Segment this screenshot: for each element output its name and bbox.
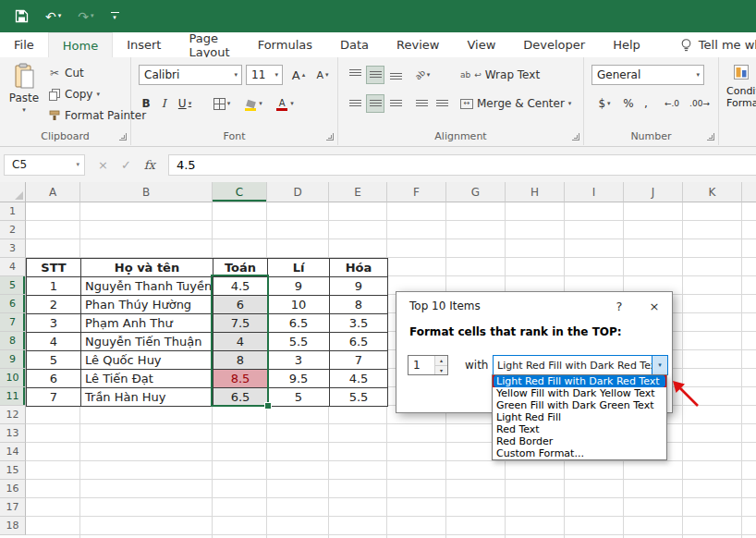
redo-button[interactable]: ↷ ▾: [78, 10, 93, 23]
dialog-help-button[interactable]: ?: [602, 292, 637, 320]
row-header-7[interactable]: 7: [0, 313, 26, 332]
underline-button[interactable]: U ▾: [174, 94, 196, 113]
cell-A9[interactable]: 5: [27, 351, 81, 370]
customize-quick-access-button[interactable]: ▾: [111, 12, 119, 21]
cell-D11[interactable]: 5: [268, 388, 330, 407]
cell-E7[interactable]: 3.5: [330, 314, 388, 333]
row-header-14[interactable]: 14: [0, 443, 26, 461]
decrease-indent-button[interactable]: [412, 94, 431, 113]
spinner-down-button[interactable]: ▾: [435, 365, 447, 375]
undo-dropdown-caret-icon[interactable]: ▾: [58, 13, 62, 19]
dialog-close-button[interactable]: ×: [637, 292, 672, 320]
table-header-cell[interactable]: Hóa: [330, 259, 388, 277]
font-color-button[interactable]: A ▾: [272, 94, 298, 113]
number-format-select[interactable]: General ▾: [591, 65, 704, 85]
rank-value[interactable]: 1: [408, 356, 434, 374]
format-option[interactable]: Red Text: [493, 423, 666, 435]
tab-insert[interactable]: Insert: [113, 32, 175, 57]
name-box[interactable]: C5 ▾: [4, 154, 85, 176]
column-header-I[interactable]: I: [565, 182, 624, 202]
tab-home[interactable]: Home: [48, 32, 113, 57]
table-header-cell[interactable]: STT: [27, 259, 81, 277]
align-right-button[interactable]: [386, 94, 405, 113]
cancel-entry-icon[interactable]: ×: [98, 158, 108, 172]
decrease-decimal-button[interactable]: .00→: [688, 94, 712, 113]
format-combobox[interactable]: Light Red Fill with Dark Red Text ▾: [493, 355, 668, 375]
cell-E11[interactable]: 5.5: [330, 388, 388, 407]
font-dialog-launcher-icon[interactable]: [326, 133, 334, 141]
name-box-caret-icon[interactable]: ▾: [76, 162, 79, 168]
column-header-H[interactable]: H: [506, 182, 565, 202]
row-header-15[interactable]: 15: [0, 461, 26, 480]
cell-B7[interactable]: Phạm Anh Thư: [81, 314, 213, 333]
row-header-17[interactable]: 17: [0, 498, 26, 517]
cell-D7[interactable]: 6.5: [268, 314, 330, 333]
column-header-J[interactable]: J: [624, 182, 683, 202]
column-header-G[interactable]: G: [446, 182, 506, 202]
decrease-font-size-button[interactable]: A ▾: [312, 66, 333, 84]
tab-review[interactable]: Review: [383, 32, 453, 57]
cell-D9[interactable]: 3: [268, 351, 330, 370]
font-size-select[interactable]: 11 ▾: [246, 65, 283, 85]
column-header-K[interactable]: K: [683, 182, 742, 202]
clipboard-dialog-launcher-icon[interactable]: [119, 133, 127, 141]
merge-center-button[interactable]: ↔ Merge & Center ▾: [460, 96, 571, 111]
row-header-1[interactable]: 1: [0, 202, 26, 221]
tab-formulas[interactable]: Formulas: [244, 32, 326, 57]
bold-button[interactable]: B: [139, 94, 153, 113]
cell-C6[interactable]: 6: [213, 296, 268, 314]
cell-E8[interactable]: 6.5: [330, 333, 388, 351]
row-header-5[interactable]: 5: [0, 276, 26, 295]
tab-help[interactable]: Help: [599, 32, 654, 57]
center-button[interactable]: [366, 94, 384, 113]
cell-A5[interactable]: 1: [27, 277, 81, 296]
tab-page-layout[interactable]: Page Layout: [175, 32, 243, 57]
cell-B9[interactable]: Lê Quốc Huy: [81, 351, 213, 370]
cell-A11[interactable]: 7: [27, 388, 81, 407]
cell-C8[interactable]: 4: [213, 333, 268, 351]
borders-button[interactable]: ▾: [209, 94, 235, 113]
column-header-L[interactable]: L: [742, 182, 756, 202]
spinner-up-button[interactable]: ▴: [435, 356, 447, 365]
tell-me-box[interactable]: Tell me what you want to d: [680, 32, 756, 57]
row-header-18[interactable]: 18: [0, 517, 26, 535]
cell-E9[interactable]: 7: [330, 351, 388, 370]
format-option[interactable]: Custom Format...: [493, 447, 666, 459]
cell-A7[interactable]: 3: [27, 314, 81, 333]
row-header-13[interactable]: 13: [0, 424, 26, 443]
undo-button[interactable]: ↶ ▾: [45, 10, 61, 23]
column-header-E[interactable]: E: [329, 182, 387, 202]
orientation-button[interactable]: ab ▾: [412, 66, 433, 84]
combobox-dropdown-button[interactable]: ▾: [652, 356, 667, 374]
cell-A6[interactable]: 2: [27, 296, 81, 314]
row-header-10[interactable]: 10: [0, 369, 26, 387]
paste-button[interactable]: Paste ▾: [5, 63, 43, 133]
bottom-align-button[interactable]: [386, 66, 405, 84]
row-header-9[interactable]: 9: [0, 350, 26, 369]
format-option[interactable]: Light Red Fill: [493, 411, 666, 423]
fill-color-button[interactable]: ▾: [240, 94, 266, 113]
select-all-corner[interactable]: [0, 182, 26, 202]
tab-file[interactable]: File: [0, 32, 48, 57]
cell-B10[interactable]: Lê Tiến Đạt: [81, 370, 213, 388]
cell-C7[interactable]: 7.5: [213, 314, 268, 333]
cell-E5[interactable]: 9: [330, 277, 388, 296]
cell-D6[interactable]: 10: [268, 296, 330, 314]
number-dialog-launcher-icon[interactable]: [707, 133, 714, 141]
cell-D10[interactable]: 9.5: [268, 370, 330, 388]
row-header-2[interactable]: 2: [0, 221, 26, 239]
percent-style-button[interactable]: %: [621, 94, 636, 113]
row-header-6[interactable]: 6: [0, 295, 26, 313]
italic-button[interactable]: I: [157, 94, 170, 113]
format-option[interactable]: Red Border: [493, 435, 666, 447]
increase-indent-button[interactable]: [433, 94, 451, 113]
tab-data[interactable]: Data: [326, 32, 383, 57]
cell-C5[interactable]: 4.5: [213, 277, 268, 296]
row-header-12[interactable]: 12: [0, 406, 26, 424]
cell-B8[interactable]: Nguyễn Tiến Thuận: [81, 333, 213, 351]
middle-align-button[interactable]: [366, 66, 384, 84]
cell-C10[interactable]: 8.5: [213, 370, 268, 388]
column-header-A[interactable]: A: [26, 182, 80, 202]
table-header-cell[interactable]: Họ và tên: [81, 259, 213, 277]
column-header-D[interactable]: D: [267, 182, 329, 202]
